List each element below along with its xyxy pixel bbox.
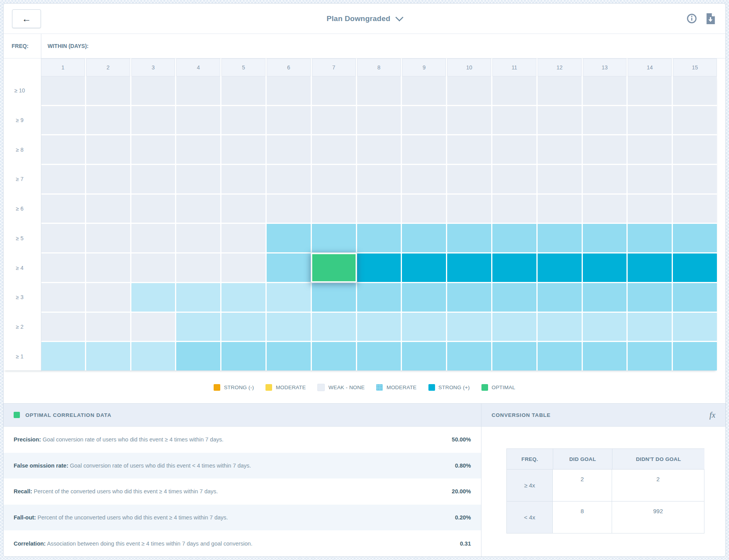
heatmap-cell[interactable] — [447, 76, 491, 105]
event-selector-dropdown[interactable]: Plan Downgraded — [327, 14, 402, 23]
heatmap-cell[interactable] — [176, 342, 220, 370]
heatmap-cell[interactable] — [221, 283, 265, 312]
heatmap-cell[interactable] — [267, 313, 311, 341]
heatmap-cell[interactable] — [492, 342, 536, 370]
heatmap-cell[interactable] — [402, 106, 446, 135]
heatmap-cell[interactable] — [41, 106, 85, 135]
heatmap-cell[interactable] — [583, 313, 627, 341]
heatmap-cell[interactable] — [628, 224, 672, 252]
heatmap-cell[interactable] — [357, 135, 401, 164]
heatmap-cell[interactable] — [673, 253, 717, 282]
heatmap-cell[interactable] — [131, 135, 175, 164]
heatmap-cell[interactable] — [41, 195, 85, 223]
heatmap-cell[interactable] — [357, 224, 401, 252]
heatmap-cell[interactable] — [41, 135, 85, 164]
heatmap-cell[interactable] — [447, 224, 491, 252]
heatmap-cell[interactable] — [447, 165, 491, 193]
heatmap-cell[interactable] — [673, 135, 717, 164]
heatmap-cell[interactable] — [176, 76, 220, 105]
heatmap-cell[interactable] — [221, 313, 265, 341]
heatmap-cell[interactable] — [41, 165, 85, 193]
heatmap-cell[interactable] — [131, 313, 175, 341]
heatmap-cell[interactable] — [176, 106, 220, 135]
heatmap-cell[interactable] — [131, 283, 175, 312]
heatmap-cell[interactable] — [628, 253, 672, 282]
heatmap-cell[interactable] — [357, 106, 401, 135]
heatmap-cell[interactable] — [628, 106, 672, 135]
heatmap-cell[interactable] — [176, 165, 220, 193]
heatmap-cell[interactable] — [538, 106, 582, 135]
heatmap-cell[interactable] — [131, 224, 175, 252]
heatmap-cell[interactable] — [492, 76, 536, 105]
heatmap-cell[interactable] — [267, 342, 311, 370]
heatmap-cell[interactable] — [221, 195, 265, 223]
heatmap-cell[interactable] — [583, 165, 627, 193]
heatmap-cell[interactable] — [492, 135, 536, 164]
heatmap-cell[interactable] — [86, 313, 130, 341]
heatmap-cell[interactable] — [673, 165, 717, 193]
heatmap-cell[interactable] — [583, 106, 627, 135]
heatmap-cell[interactable] — [131, 76, 175, 105]
heatmap-cell[interactable] — [538, 283, 582, 312]
heatmap-cell[interactable] — [538, 135, 582, 164]
heatmap-cell[interactable] — [583, 195, 627, 223]
heatmap-cell[interactable] — [447, 195, 491, 223]
heatmap-cell[interactable] — [402, 313, 446, 341]
heatmap-cell[interactable] — [312, 135, 356, 164]
heatmap-cell[interactable] — [86, 224, 130, 252]
heatmap-cell[interactable] — [357, 313, 401, 341]
heatmap-cell[interactable] — [221, 76, 265, 105]
heatmap-cell[interactable] — [267, 224, 311, 252]
heatmap-cell[interactable] — [673, 76, 717, 105]
info-icon[interactable] — [687, 13, 697, 24]
heatmap-cell[interactable] — [221, 135, 265, 164]
heatmap-cell[interactable] — [221, 106, 265, 135]
heatmap-cell[interactable] — [402, 195, 446, 223]
heatmap-cell[interactable] — [628, 195, 672, 223]
heatmap-cell[interactable] — [312, 76, 356, 105]
heatmap-cell[interactable] — [583, 76, 627, 105]
heatmap-cell[interactable] — [447, 342, 491, 370]
heatmap-cell[interactable] — [267, 253, 311, 282]
heatmap-cell[interactable] — [86, 135, 130, 164]
heatmap-cell[interactable] — [673, 195, 717, 223]
heatmap-cell[interactable] — [492, 253, 536, 282]
heatmap-cell[interactable] — [267, 135, 311, 164]
heatmap-cell[interactable] — [492, 165, 536, 193]
back-button[interactable]: ← — [12, 9, 41, 28]
heatmap-cell[interactable] — [583, 135, 627, 164]
heatmap-cell[interactable] — [492, 313, 536, 341]
heatmap-cell[interactable] — [447, 253, 491, 282]
heatmap-cell[interactable] — [176, 253, 220, 282]
heatmap-cell[interactable] — [267, 76, 311, 105]
heatmap-cell-selected[interactable] — [311, 253, 357, 283]
heatmap-cell[interactable] — [402, 135, 446, 164]
heatmap-cell[interactable] — [492, 106, 536, 135]
heatmap-cell[interactable] — [492, 224, 536, 252]
heatmap-cell[interactable] — [583, 342, 627, 370]
heatmap-cell[interactable] — [447, 106, 491, 135]
heatmap-cell[interactable] — [673, 224, 717, 252]
heatmap-cell[interactable] — [86, 342, 130, 370]
heatmap-cell[interactable] — [41, 283, 85, 312]
heatmap-cell[interactable] — [628, 283, 672, 312]
heatmap-cell[interactable] — [447, 135, 491, 164]
heatmap-cell[interactable] — [447, 313, 491, 341]
heatmap-cell[interactable] — [583, 224, 627, 252]
heatmap-cell[interactable] — [267, 283, 311, 312]
heatmap-cell[interactable] — [673, 313, 717, 341]
heatmap-cell[interactable] — [447, 283, 491, 312]
heatmap-cell[interactable] — [176, 195, 220, 223]
heatmap-cell[interactable] — [312, 106, 356, 135]
heatmap-cell[interactable] — [131, 253, 175, 282]
heatmap-cell[interactable] — [583, 253, 627, 282]
heatmap-cell[interactable] — [312, 224, 356, 252]
heatmap-cell[interactable] — [267, 106, 311, 135]
download-report-icon[interactable] — [706, 13, 715, 24]
heatmap-cell[interactable] — [673, 342, 717, 370]
heatmap-cell[interactable] — [628, 165, 672, 193]
heatmap-cell[interactable] — [176, 224, 220, 252]
heatmap-cell[interactable] — [538, 253, 582, 282]
heatmap-cell[interactable] — [41, 76, 85, 105]
heatmap-cell[interactable] — [402, 342, 446, 370]
